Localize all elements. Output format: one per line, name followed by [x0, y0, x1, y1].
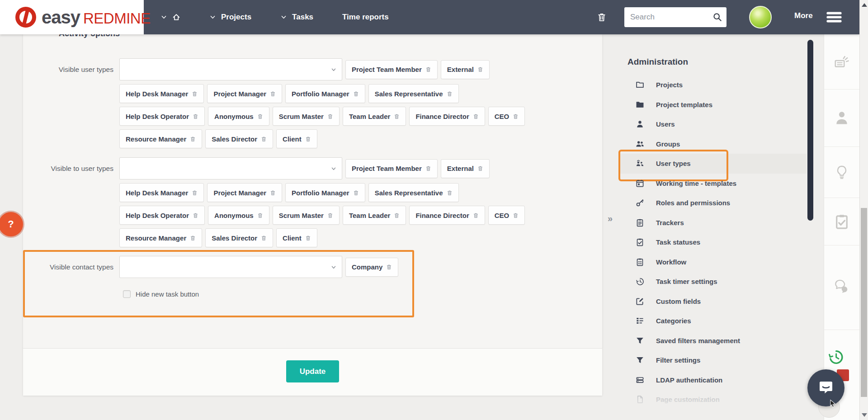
trash-icon[interactable]: [394, 212, 400, 219]
chip-finance-director[interactable]: Finance Director: [409, 107, 485, 126]
trash-icon[interactable]: [193, 113, 198, 120]
search-input[interactable]: [624, 7, 726, 27]
rail-tile-clipboard-check[interactable]: [824, 198, 859, 245]
sidebar-item-ldap-authentication[interactable]: LDAP authentication: [618, 370, 807, 390]
trash-icon[interactable]: [513, 212, 519, 219]
sidebar-item-working-time-templates[interactable]: Working time - templates: [618, 174, 807, 193]
chip-help-desk-manager[interactable]: Help Desk Manager: [119, 183, 204, 202]
visible-contact-types-select[interactable]: [119, 256, 342, 278]
help-button[interactable]: ?: [0, 212, 23, 236]
trash-icon[interactable]: [477, 66, 483, 73]
sidebar-item-custom-fields[interactable]: Custom fields: [618, 292, 807, 311]
chip-sales-representative[interactable]: Sales Representative: [368, 84, 459, 103]
rail-tile-chat-bubbles[interactable]: [824, 245, 859, 330]
trash-icon[interactable]: [192, 90, 198, 97]
chip-resource-manager[interactable]: Resource Manager: [119, 228, 202, 247]
sidebar-collapse-handle[interactable]: »: [608, 213, 613, 224]
trash-icon[interactable]: [193, 212, 198, 219]
chip-external[interactable]: External: [441, 159, 490, 178]
history-icon[interactable]: [827, 349, 844, 366]
navbar-item-time-reports[interactable]: Time reports: [342, 13, 389, 22]
trash-icon[interactable]: [447, 90, 453, 97]
trash-icon[interactable]: [190, 136, 196, 142]
trash-icon[interactable]: [447, 189, 453, 196]
chip-client[interactable]: Client: [276, 129, 317, 148]
sidebar-item-project-templates[interactable]: Project templates: [618, 95, 807, 115]
avatar[interactable]: [749, 6, 772, 28]
sidebar-item-roles-and-permissions[interactable]: Roles and permissions: [618, 193, 807, 213]
chip-anonymous[interactable]: Anonymous: [208, 206, 269, 225]
trash-icon[interactable]: [257, 113, 263, 120]
chip-help-desk-operator[interactable]: Help Desk Operator: [119, 107, 205, 126]
chip-project-manager[interactable]: Project Manager: [207, 84, 282, 103]
chip-scrum-master[interactable]: Scrum Master: [273, 206, 340, 225]
chip-ceo[interactable]: CEO: [488, 107, 525, 126]
chip-scrum-master[interactable]: Scrum Master: [273, 107, 340, 126]
trash-icon[interactable]: [425, 66, 431, 73]
sidebar-item-user-types[interactable]: User types: [618, 154, 807, 174]
page-scrollbar[interactable]: [859, 0, 868, 420]
trash-icon[interactable]: [386, 264, 392, 270]
chip-external[interactable]: External: [441, 60, 490, 79]
navbar-item-tasks[interactable]: Tasks: [280, 13, 313, 22]
more-button[interactable]: More: [794, 11, 813, 20]
chip-team-leader[interactable]: Team Leader: [343, 206, 406, 225]
scroll-down-arrow[interactable]: [862, 413, 867, 417]
chip-portfolio-manager[interactable]: Portfolio Manager: [285, 84, 365, 103]
trash-icon[interactable]: [353, 189, 359, 196]
chip-resource-manager[interactable]: Resource Manager: [119, 129, 202, 148]
chip-ceo[interactable]: CEO: [488, 206, 525, 225]
sidebar-scrollbar[interactable]: [807, 40, 813, 221]
sidebar-item-categories[interactable]: Categories: [618, 311, 807, 331]
trash-icon[interactable]: [327, 113, 333, 120]
sidebar-item-projects[interactable]: Projects: [618, 75, 807, 95]
trash-icon[interactable]: [305, 136, 311, 142]
chip-team-leader[interactable]: Team Leader: [343, 107, 406, 126]
trash-icon[interactable]: [305, 235, 311, 241]
trash-icon[interactable]: [513, 113, 519, 120]
trash-icon[interactable]: [261, 235, 267, 241]
chip-project-team-member[interactable]: Project Team Member: [345, 159, 438, 178]
sidebar-item-trackers[interactable]: Trackers: [618, 213, 807, 233]
trash-icon[interactable]: [270, 189, 276, 196]
scroll-up-arrow[interactable]: [862, 3, 867, 7]
trash-icon[interactable]: [192, 189, 198, 196]
navbar-item-projects[interactable]: Projects: [209, 13, 251, 22]
trash-icon[interactable]: [261, 136, 267, 142]
hide-new-task-checkbox[interactable]: [123, 290, 131, 298]
trash-icon[interactable]: [327, 212, 333, 219]
chip-help-desk-operator[interactable]: Help Desk Operator: [119, 206, 205, 225]
chip-help-desk-manager[interactable]: Help Desk Manager: [119, 84, 204, 103]
chip-anonymous[interactable]: Anonymous: [208, 107, 269, 126]
chip-project-team-member[interactable]: Project Team Member: [345, 60, 438, 79]
chip-sales-director[interactable]: Sales Director: [205, 129, 273, 148]
chip-portfolio-manager[interactable]: Portfolio Manager: [285, 183, 365, 202]
logo[interactable]: easy REDMINE: [0, 0, 144, 34]
hamburger-menu-icon[interactable]: [826, 12, 843, 23]
trash-icon[interactable]: [190, 235, 196, 241]
visible-to-user-types-select[interactable]: [119, 157, 342, 179]
sidebar-item-groups[interactable]: Groups: [618, 134, 807, 154]
chip-sales-director[interactable]: Sales Director: [205, 228, 273, 247]
trash-icon[interactable]: [353, 90, 359, 97]
sidebar-item-workflow[interactable]: Workflow: [618, 252, 807, 272]
sidebar-item-saved-filters-management[interactable]: Saved filters management: [618, 331, 807, 351]
trash-icon[interactable]: [473, 113, 479, 120]
search-icon[interactable]: [712, 12, 722, 22]
chip-sales-representative[interactable]: Sales Representative: [368, 183, 459, 202]
trash-icon[interactable]: [473, 212, 479, 219]
chip-client[interactable]: Client: [276, 228, 317, 247]
visible-user-types-select[interactable]: [119, 58, 342, 80]
sidebar-item-task-timer-settings[interactable]: Task timer settings: [618, 272, 807, 292]
chip-project-manager[interactable]: Project Manager: [207, 183, 282, 202]
rail-tile-lightbulb[interactable]: [824, 147, 859, 198]
trash-icon[interactable]: [270, 90, 276, 97]
sidebar-item-page-customization[interactable]: Page customization: [618, 390, 807, 410]
rail-tile-user[interactable]: [824, 90, 859, 147]
sidebar-item-users[interactable]: Users: [618, 114, 807, 134]
sidebar-item-filter-settings[interactable]: Filter settings: [618, 350, 807, 370]
chip-company[interactable]: Company: [345, 258, 398, 277]
chip-finance-director[interactable]: Finance Director: [409, 206, 485, 225]
scroll-thumb[interactable]: [861, 208, 867, 397]
rail-tile-news[interactable]: [824, 34, 859, 90]
